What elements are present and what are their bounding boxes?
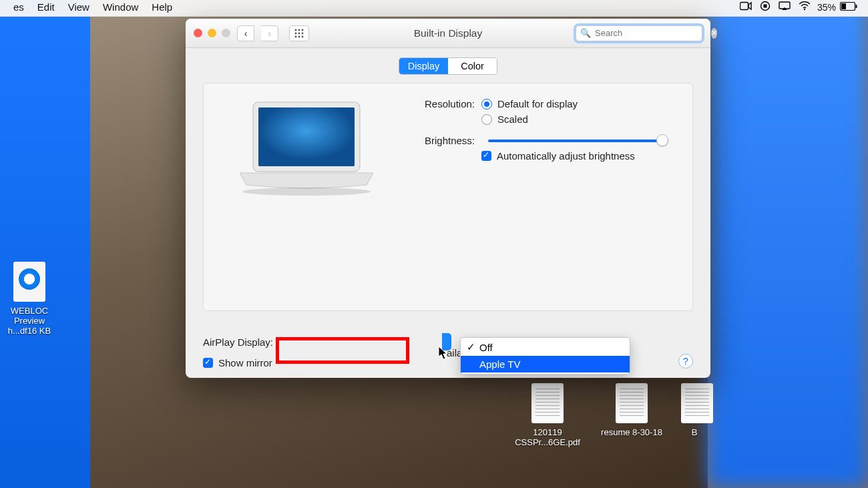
desktop-icon-pdf-2[interactable]: resume 8-30-18 [598, 383, 665, 437]
desktop-icon-webloc[interactable]: WEBLOC Preview h...df16 KB [0, 262, 63, 336]
svg-point-4 [804, 9, 805, 10]
close-button[interactable] [194, 29, 202, 37]
tab-display[interactable]: Display [399, 58, 448, 74]
battery-icon[interactable] [836, 1, 861, 13]
radio-scaled[interactable] [481, 114, 492, 125]
airplay-option-off-label: Off [479, 342, 493, 353]
auto-brightness-checkbox[interactable] [481, 151, 491, 161]
svg-point-12 [298, 32, 300, 34]
radio-default-label: Default for display [497, 98, 578, 109]
webloc-size: h...df16 KB [0, 326, 63, 336]
airplay-label: AirPlay Display: [203, 336, 273, 348]
svg-point-16 [302, 35, 304, 37]
mouse-cursor [438, 346, 449, 360]
resolution-label: Resolution: [409, 98, 475, 109]
show-mirroring-checkbox[interactable] [203, 358, 213, 368]
desktop-left-strip [0, 0, 90, 488]
facetime-icon[interactable] [736, 1, 756, 13]
radio-scaled-label: Scaled [497, 113, 528, 125]
zoom-button[interactable] [222, 29, 230, 37]
show-all-button[interactable] [289, 25, 309, 41]
battery-percent[interactable]: 35% [815, 2, 836, 13]
file-label: B [681, 427, 708, 437]
brightness-slider[interactable] [488, 134, 668, 146]
search-icon: 🔍 [580, 28, 591, 38]
desktop-right-blur [708, 0, 868, 488]
menu-help[interactable]: Help [145, 1, 179, 13]
help-button[interactable]: ? [678, 354, 693, 369]
show-mirroring-label: Show mirror [218, 357, 272, 369]
laptop-illustration [220, 98, 393, 296]
menu-view[interactable]: View [61, 1, 96, 13]
file-label: 120119 CSSPr...6GE.pdf [514, 427, 581, 447]
forward-button: › [261, 25, 278, 41]
radio-default[interactable] [481, 99, 492, 109]
traffic-lights [194, 29, 230, 37]
wifi-icon[interactable] [795, 1, 815, 13]
menu-app[interactable]: es [7, 1, 31, 13]
tab-bar: Display Color [399, 57, 497, 75]
stop-record-icon[interactable] [756, 1, 775, 13]
svg-point-11 [295, 32, 297, 34]
clear-icon[interactable]: ✕ [711, 28, 717, 39]
minimize-button[interactable] [208, 29, 216, 37]
menu-bar: es Edit View Window Help 35% [0, 0, 868, 17]
tab-color[interactable]: Color [448, 58, 497, 74]
auto-brightness-label: Automatically adjust brightness [497, 150, 635, 162]
webloc-name: Preview [0, 316, 63, 326]
svg-point-14 [295, 35, 297, 37]
airplay-icon[interactable] [775, 1, 795, 13]
svg-rect-6 [856, 5, 857, 8]
window-titlebar[interactable]: ‹ › Built-in Display 🔍 ✕ [186, 19, 710, 48]
airplay-dropdown-menu: ✓ Off Apple TV [460, 337, 630, 375]
svg-point-8 [295, 29, 297, 31]
svg-point-10 [302, 29, 304, 31]
svg-rect-19 [258, 107, 355, 166]
search-field[interactable]: 🔍 ✕ [576, 25, 702, 41]
svg-point-15 [298, 35, 300, 37]
menu-edit[interactable]: Edit [31, 1, 61, 13]
svg-rect-0 [740, 3, 748, 10]
svg-point-9 [298, 29, 300, 31]
system-preferences-window: ‹ › Built-in Display 🔍 ✕ Display Color [186, 19, 710, 378]
desktop-icon-pdf-1[interactable]: 120119 CSSPr...6GE.pdf [514, 383, 581, 447]
svg-point-20 [242, 188, 371, 196]
airplay-option-off[interactable]: ✓ Off [461, 339, 630, 356]
checkmark-icon: ✓ [467, 341, 475, 353]
back-button[interactable]: ‹ [237, 25, 254, 41]
menu-window[interactable]: Window [96, 1, 145, 13]
svg-rect-2 [763, 5, 767, 8]
display-panel: Resolution: Default for display Scaled B… [203, 83, 693, 311]
airplay-option-appletv-label: Apple TV [479, 358, 520, 370]
desktop-icon-partial[interactable]: B [681, 383, 708, 437]
svg-rect-7 [841, 3, 846, 9]
webloc-ext: WEBLOC [0, 306, 63, 316]
brightness-label: Brightness: [409, 135, 475, 146]
file-label: resume 8-30-18 [598, 427, 665, 437]
airplay-option-appletv[interactable]: Apple TV [461, 356, 630, 373]
search-input[interactable] [595, 28, 707, 38]
airplay-dropdown[interactable] [277, 333, 451, 350]
svg-point-13 [302, 32, 304, 34]
